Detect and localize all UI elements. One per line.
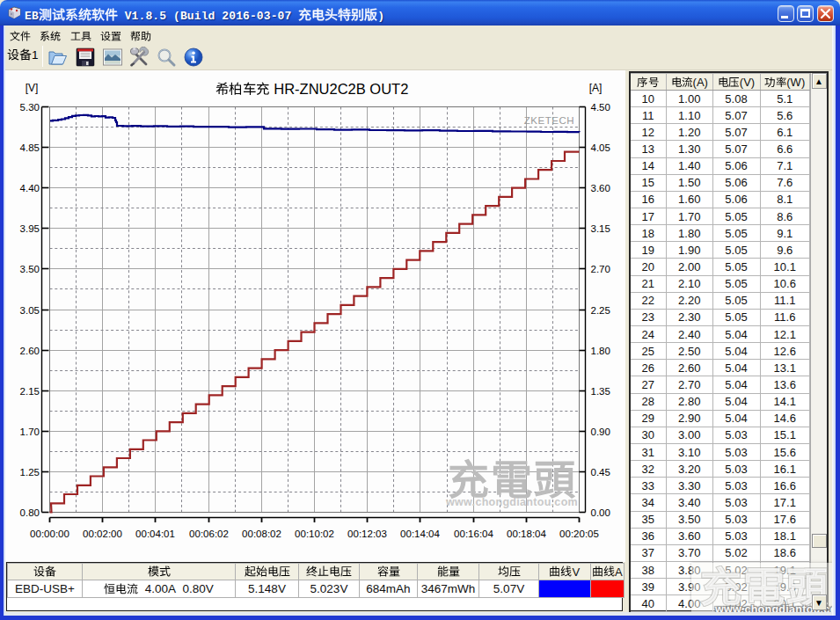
- svg-text:[V]: [V]: [26, 82, 39, 94]
- svg-text:0.90: 0.90: [591, 427, 610, 437]
- svg-text:ZKETECH: ZKETECH: [524, 115, 574, 126]
- svg-text:3.60: 3.60: [591, 183, 610, 193]
- svg-text:00:00:00: 00:00:00: [30, 529, 69, 539]
- svg-text:4.05: 4.05: [591, 142, 610, 153]
- svg-text:2.60: 2.60: [20, 346, 40, 356]
- svg-text:00:06:02: 00:06:02: [189, 529, 229, 539]
- svg-text:4.40: 4.40: [20, 183, 40, 193]
- svg-text:00:20:05: 00:20:05: [559, 529, 599, 539]
- svg-text:1.80: 1.80: [591, 346, 610, 356]
- svg-text:1.35: 1.35: [591, 386, 610, 397]
- svg-text:00:18:04: 00:18:04: [507, 529, 546, 539]
- svg-text:0.00: 0.00: [591, 507, 610, 518]
- svg-text:00:08:02: 00:08:02: [242, 529, 281, 539]
- svg-text:0.45: 0.45: [591, 467, 610, 478]
- svg-text:3.15: 3.15: [591, 223, 610, 234]
- svg-text:0.80: 0.80: [20, 507, 40, 518]
- svg-text:00:12:03: 00:12:03: [347, 529, 387, 539]
- svg-text:3.95: 3.95: [20, 223, 40, 234]
- svg-text:3.50: 3.50: [20, 264, 40, 274]
- svg-text:[A]: [A]: [589, 82, 603, 94]
- svg-text:2.70: 2.70: [591, 264, 610, 274]
- svg-text:00:04:01: 00:04:01: [135, 529, 175, 539]
- svg-text:00:10:02: 00:10:02: [295, 529, 334, 539]
- svg-text:2.15: 2.15: [20, 386, 40, 397]
- svg-text:00:16:04: 00:16:04: [454, 529, 493, 539]
- svg-text:4.50: 4.50: [591, 102, 610, 113]
- svg-text:00:14:04: 00:14:04: [400, 529, 440, 539]
- svg-text:3.05: 3.05: [20, 305, 40, 316]
- svg-text:1.25: 1.25: [20, 467, 40, 478]
- svg-text:2.25: 2.25: [591, 305, 610, 316]
- svg-text:00:02:00: 00:02:00: [83, 529, 122, 539]
- svg-text:4.85: 4.85: [20, 142, 40, 153]
- svg-text:1.70: 1.70: [20, 427, 40, 437]
- svg-text:5.30: 5.30: [20, 102, 40, 113]
